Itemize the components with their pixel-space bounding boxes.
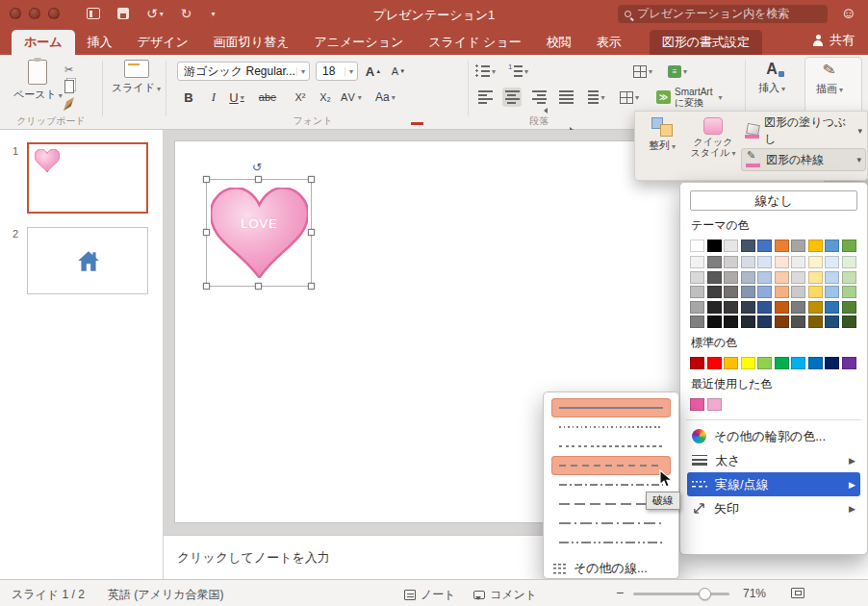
resize-handle-se[interactable] xyxy=(308,283,315,290)
quick-styles-button[interactable]: クイックスタイル xyxy=(687,117,739,159)
color-swatch[interactable] xyxy=(825,271,839,284)
copy-icon[interactable] xyxy=(64,80,74,93)
color-swatch[interactable] xyxy=(757,256,772,268)
shape-fill-caret-icon[interactable]: ▾ xyxy=(857,126,862,136)
numbering-button[interactable] xyxy=(508,62,528,81)
tab-animations[interactable]: アニメーション xyxy=(301,30,416,55)
color-swatch[interactable] xyxy=(808,301,823,314)
undo-caret-icon[interactable]: ▾ xyxy=(160,10,164,18)
color-swatch[interactable] xyxy=(741,256,755,268)
paste-button[interactable]: ペースト xyxy=(13,60,63,102)
color-swatch[interactable] xyxy=(791,240,805,252)
color-swatch[interactable] xyxy=(791,316,805,328)
smartart-convert-button[interactable]: ≫ SmartArtに変換 xyxy=(656,85,722,110)
color-swatch[interactable] xyxy=(808,256,823,268)
underline-button[interactable]: U xyxy=(227,88,246,107)
color-swatch[interactable] xyxy=(842,316,856,328)
color-swatch[interactable] xyxy=(690,256,704,268)
color-swatch[interactable] xyxy=(707,398,722,411)
language-indicator[interactable]: 英語 (アメリカ合衆国) xyxy=(108,587,223,603)
color-swatch[interactable] xyxy=(842,240,856,252)
line-weight-item[interactable]: 太さ ▶ xyxy=(687,448,860,472)
shrink-font-button[interactable]: A xyxy=(389,62,408,81)
undo-icon[interactable]: ↺▾ xyxy=(146,6,164,21)
tab-review[interactable]: 校閲 xyxy=(534,30,584,55)
color-swatch[interactable] xyxy=(791,256,805,268)
fit-slide-to-window-icon[interactable] xyxy=(791,588,804,598)
color-swatch[interactable] xyxy=(707,286,722,298)
more-outline-colors-item[interactable]: その他の輪郭の色... xyxy=(687,424,860,448)
notes-toggle[interactable]: ノート xyxy=(404,587,456,603)
color-swatch[interactable] xyxy=(724,271,738,284)
line-style-long-dash-dot[interactable] xyxy=(551,514,671,533)
line-style-dash[interactable] xyxy=(551,456,671,475)
align-center-button[interactable] xyxy=(502,88,522,107)
tab-shape-format[interactable]: 図形の書式設定 xyxy=(650,30,762,55)
share-button[interactable]: 共有 xyxy=(812,32,855,49)
color-swatch[interactable] xyxy=(825,316,839,328)
no-line-option[interactable]: 線なし xyxy=(690,190,857,211)
align-right-button[interactable] xyxy=(529,88,549,107)
align-left-button[interactable] xyxy=(475,88,495,107)
draw-button[interactable]: ✎ 描画 xyxy=(816,61,843,96)
arrows-item[interactable]: 矢印 ▶ xyxy=(687,496,860,520)
more-lines-item[interactable]: その他の線... xyxy=(551,558,671,579)
resize-handle-w[interactable] xyxy=(203,229,210,236)
resize-handle-n[interactable] xyxy=(255,176,262,183)
dash-style-item[interactable]: 実線/点線 ▶ xyxy=(687,472,860,496)
zoom-slider[interactable] xyxy=(633,593,729,595)
color-swatch[interactable] xyxy=(741,357,755,369)
subscript-button[interactable]: X₂ xyxy=(316,88,335,107)
change-case-button[interactable]: Aa xyxy=(375,88,396,107)
color-swatch[interactable] xyxy=(690,240,704,252)
color-swatch[interactable] xyxy=(842,286,856,298)
shape-outline-caret-icon[interactable]: ▾ xyxy=(856,155,861,164)
color-swatch[interactable] xyxy=(690,301,704,314)
shape-selection-frame[interactable]: ↺ LOVE xyxy=(206,179,312,287)
color-swatch[interactable] xyxy=(690,316,704,328)
save-icon[interactable] xyxy=(117,8,129,19)
toolbar-options-icon[interactable]: ▾ xyxy=(211,10,215,18)
italic-button[interactable]: I xyxy=(204,88,223,107)
zoom-slider-thumb[interactable] xyxy=(699,588,711,600)
character-spacing-button[interactable]: AV xyxy=(341,88,363,107)
justify-button[interactable] xyxy=(556,88,575,107)
color-swatch[interactable] xyxy=(757,316,772,328)
comments-toggle[interactable]: コメント xyxy=(473,587,537,603)
tab-insert[interactable]: 挿入 xyxy=(75,30,125,55)
font-size-select[interactable]: 18▾ xyxy=(316,62,358,81)
color-swatch[interactable] xyxy=(808,286,823,298)
color-swatch[interactable] xyxy=(741,286,755,298)
color-swatch[interactable] xyxy=(741,301,755,314)
color-swatch[interactable] xyxy=(842,271,856,284)
shape-fill-button[interactable]: 図形の塗りつぶし ▾ xyxy=(741,119,866,142)
strikethrough-button[interactable]: abe xyxy=(258,88,277,107)
new-slide-button[interactable]: スライド xyxy=(112,60,161,95)
resize-handle-ne[interactable] xyxy=(308,176,315,183)
resize-handle-s[interactable] xyxy=(255,283,262,290)
arrange-button[interactable]: 整列 xyxy=(639,117,685,153)
heart-shape[interactable]: LOVE xyxy=(211,188,308,278)
color-swatch[interactable] xyxy=(825,357,839,369)
tab-slideshow[interactable]: スライド ショー xyxy=(416,30,533,55)
color-swatch[interactable] xyxy=(757,357,772,369)
zoom-percentage[interactable]: 71% xyxy=(743,587,766,600)
color-swatch[interactable] xyxy=(825,256,839,268)
tab-view[interactable]: 表示 xyxy=(584,30,634,55)
color-swatch[interactable] xyxy=(757,301,772,314)
color-swatch[interactable] xyxy=(757,286,772,298)
line-style-solid[interactable] xyxy=(551,398,671,417)
color-swatch[interactable] xyxy=(707,301,722,314)
color-swatch[interactable] xyxy=(825,286,839,298)
color-swatch[interactable] xyxy=(791,286,805,298)
color-swatch[interactable] xyxy=(775,271,789,284)
slide-panel-icon[interactable] xyxy=(87,8,100,19)
font-name-select[interactable]: 游ゴシック Regular...▾ xyxy=(177,62,310,81)
tab-transitions[interactable]: 画面切り替え xyxy=(201,30,302,55)
color-swatch[interactable] xyxy=(690,398,704,411)
color-swatch[interactable] xyxy=(825,240,839,252)
close-button[interactable] xyxy=(10,8,21,19)
color-swatch[interactable] xyxy=(707,256,722,268)
color-swatch[interactable] xyxy=(808,240,823,252)
color-swatch[interactable] xyxy=(808,357,823,369)
